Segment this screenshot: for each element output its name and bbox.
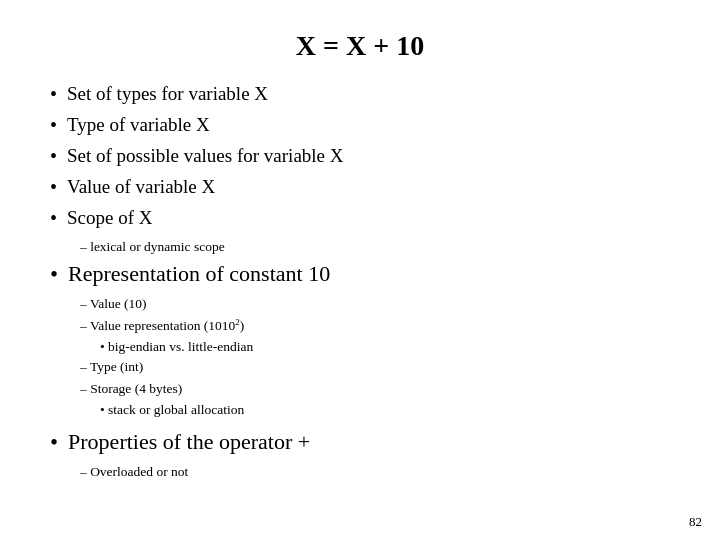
operator-sub-items: Overloaded or not	[80, 462, 670, 483]
sub-value: Value (10)	[80, 294, 670, 314]
bullet-type: Type of variable X	[50, 111, 670, 140]
sub-allocation: stack or global allocation	[100, 400, 670, 420]
slide-title: X = X + 10	[50, 30, 670, 62]
slide-container: X = X + 10 Set of types for variable X T…	[0, 0, 720, 540]
main-bullet-list: Set of types for variable X Type of vari…	[50, 80, 670, 235]
bullet-value: Value of variable X	[50, 173, 670, 202]
sub-storage: Storage (4 bytes)	[80, 379, 670, 399]
constant-sub-items: Value (10) Value representation (10102) …	[80, 294, 670, 420]
bullet-scope: Scope of X	[50, 204, 670, 233]
sub-type: Type (int)	[80, 357, 670, 377]
sub-endian: big-endian vs. little-endian	[100, 337, 670, 357]
page-number: 82	[689, 514, 702, 530]
constant-bullet: Representation of constant 10	[50, 259, 670, 290]
bullet-possible-values: Set of possible values for variable X	[50, 142, 670, 171]
bullet-types: Set of types for variable X	[50, 80, 670, 109]
sub-overloaded: Overloaded or not	[80, 462, 670, 482]
sub-value-rep: Value representation (10102)	[80, 315, 670, 336]
subscript-2: 2	[235, 316, 240, 326]
operator-bullet: Properties of the operator +	[50, 427, 670, 458]
scope-sub-note: lexical or dynamic scope	[80, 239, 670, 255]
